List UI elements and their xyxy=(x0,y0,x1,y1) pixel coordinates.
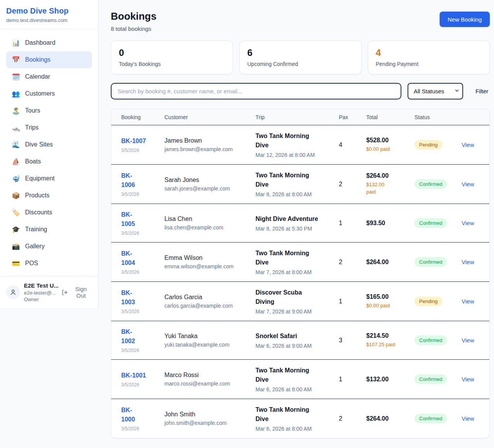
trip-name: Discover Scuba Diving xyxy=(255,288,333,307)
filter-button[interactable]: Filter xyxy=(475,88,488,94)
customer-cell: Sarah Jones sarah.jones@example.com xyxy=(164,177,255,192)
booking-number-link[interactable]: BK- 1003 xyxy=(121,288,135,306)
customer-email: marco.rossi@example.com xyxy=(164,381,250,387)
page-header-text: Bookings 8 total bookings xyxy=(111,10,156,32)
booking-number-link[interactable]: BK- 1002 xyxy=(121,327,135,345)
customer-email: lisa.chen@example.com xyxy=(164,224,250,231)
actions-cell: View xyxy=(462,181,479,188)
view-link[interactable]: View xyxy=(462,337,474,344)
discounts-icon: 🏷️ xyxy=(12,209,20,216)
booking-number-link[interactable]: BK-1001 xyxy=(121,371,146,380)
trip-datetime: Mar 12, 2026 at 8:00 AM xyxy=(255,152,333,158)
sidebar-item-dive-sites[interactable]: 🌊 Dive Sites xyxy=(6,136,92,153)
total-amount: $93.50 xyxy=(366,220,409,227)
stat-value: 0 xyxy=(119,47,225,58)
customer-email: yuki.tanaka@example.com xyxy=(164,342,250,348)
customer-cell: Emma Wilson emma.wilson@example.com xyxy=(164,254,255,269)
status-badge: Confirmed xyxy=(414,374,447,384)
total-amount: $264.00 xyxy=(366,172,409,179)
booking-number-link[interactable]: BK-1007 xyxy=(121,136,146,145)
user-box: E2E Test U... e2e-tester@... Owner Sign … xyxy=(0,276,98,308)
sidebar-item-trips[interactable]: 🛥️ Trips xyxy=(6,119,92,136)
booking-number-link[interactable]: BK- 1005 xyxy=(121,210,135,228)
status-cell: Confirmed xyxy=(414,335,462,345)
sidebar-item-customers[interactable]: 👥 Customers xyxy=(6,85,92,102)
trip-cell: Snorkel Safari Mar 6, 2026 at 9:00 AM xyxy=(255,332,339,349)
customer-cell: Yuki Tanaka yuki.tanaka@example.com xyxy=(164,333,255,348)
column-header-status: Status xyxy=(414,114,462,120)
sidebar-item-products[interactable]: 📦 Products xyxy=(6,187,92,204)
stat-value: 6 xyxy=(247,47,354,58)
sidebar-item-bookings[interactable]: 📅 Bookings xyxy=(6,51,92,68)
table-header-row: Booking Customer Trip Pax Total Status xyxy=(111,109,489,125)
total-cell: $528.00 $0.00 paid xyxy=(366,137,414,153)
view-link[interactable]: View xyxy=(462,141,474,148)
table-row: BK- 1000 3/5/2026 John Smith john.smith@… xyxy=(111,399,489,438)
booking-number-link[interactable]: BK- 1000 xyxy=(121,406,135,423)
status-select-wrap: All Statuses xyxy=(408,83,463,99)
sidebar-item-calendar[interactable]: 🗓️ Calendar xyxy=(6,68,92,85)
trip-cell: Two Tank Morning Dive Mar 7, 2026 at 8:0… xyxy=(255,249,339,275)
status-badge: Confirmed xyxy=(414,179,447,189)
pax-cell: 1 xyxy=(339,220,366,227)
user-meta: E2E Test U... e2e-tester@... Owner xyxy=(24,282,58,303)
total-cell: $93.50 xyxy=(366,220,414,227)
status-cell: Confirmed xyxy=(414,414,462,423)
view-link[interactable]: View xyxy=(462,181,474,187)
sidebar-item-tours[interactable]: 🏝️ Tours xyxy=(6,102,92,119)
stats-row: 0 Today's Bookings 6 Upcoming Confirmed … xyxy=(111,40,490,74)
sign-out-label: Sign Out xyxy=(70,286,92,299)
view-link[interactable]: View xyxy=(462,259,474,265)
sidebar-item-boats[interactable]: ⛵ Boats xyxy=(6,153,92,170)
actions-cell: View xyxy=(462,220,479,227)
training-icon: 🎓 xyxy=(12,226,20,233)
customer-cell: John Smith john.smith@example.com xyxy=(164,411,255,426)
table-row: BK- 1006 3/5/2026 Sarah Jones sarah.jone… xyxy=(111,164,489,204)
total-amount: $165.00 xyxy=(366,293,409,300)
tours-icon: 🏝️ xyxy=(12,108,20,114)
page-subtitle: 8 total bookings xyxy=(111,25,156,32)
trip-cell: Discover Scuba Diving Mar 7, 2026 at 9:0… xyxy=(255,288,339,315)
customer-cell: Marco Rossi marco.rossi@example.com xyxy=(164,372,255,387)
trip-name: Two Tank Morning Dive xyxy=(255,366,333,384)
actions-cell: View xyxy=(462,298,479,305)
customer-name: Sarah Jones xyxy=(164,177,250,184)
status-badge: Confirmed xyxy=(414,257,447,267)
customer-email: sarah.jones@example.com xyxy=(164,185,250,192)
trip-cell: Two Tank Morning Dive Mar 6, 2026 at 8:0… xyxy=(255,405,339,432)
sidebar-item-dashboard[interactable]: 📊 Dashboard xyxy=(6,34,92,51)
booking-cell: BK- 1000 3/5/2026 xyxy=(121,406,164,431)
view-link[interactable]: View xyxy=(462,220,474,226)
boats-icon: ⛵ xyxy=(12,158,20,165)
view-link[interactable]: View xyxy=(462,376,474,382)
user-name: E2E Test U... xyxy=(24,282,58,290)
booking-cell: BK- 1003 3/5/2026 xyxy=(121,288,164,314)
pax-cell: 2 xyxy=(339,415,366,422)
search-input[interactable] xyxy=(111,83,401,99)
sidebar-item-discounts[interactable]: 🏷️ Discounts xyxy=(6,204,92,221)
sign-out-button[interactable]: Sign Out xyxy=(61,286,92,299)
sidebar-item-training[interactable]: 🎓 Training xyxy=(6,221,92,238)
sidebar-item-equipment[interactable]: 🤿 Equipment xyxy=(6,170,92,187)
bookings-table: Booking Customer Trip Pax Total Status B… xyxy=(111,109,490,438)
booking-number-link[interactable]: BK- 1004 xyxy=(121,249,135,267)
status-select[interactable]: All Statuses xyxy=(408,83,463,99)
total-amount: $528.00 xyxy=(366,137,409,144)
trip-cell: Two Tank Morning Dive Mar 8, 2026 at 8:0… xyxy=(255,171,339,197)
brand-domain: demo.test.divestreams.com xyxy=(6,17,92,23)
trip-datetime: Mar 6, 2026 at 9:00 AM xyxy=(255,343,333,349)
sidebar-item-pos[interactable]: 💳 POS xyxy=(6,255,92,272)
trip-datetime: Mar 7, 2026 at 8:00 AM xyxy=(255,269,333,275)
booking-number-link[interactable]: BK- 1006 xyxy=(121,171,135,189)
pax-cell: 1 xyxy=(339,298,366,305)
dive-sites-icon: 🌊 xyxy=(12,141,20,148)
stat-card-upcoming-confirmed: 6 Upcoming Confirmed xyxy=(239,40,362,74)
sidebar-item-gallery[interactable]: 📸 Gallery xyxy=(6,238,92,255)
customer-name: John Smith xyxy=(164,411,250,418)
stat-label: Upcoming Confirmed xyxy=(247,61,354,67)
view-link[interactable]: View xyxy=(462,415,474,422)
view-link[interactable]: View xyxy=(462,298,474,305)
new-booking-button[interactable]: New Booking xyxy=(440,12,490,27)
booking-date: 3/5/2026 xyxy=(121,231,159,236)
brand-name: Demo Dive Shop xyxy=(6,7,92,15)
